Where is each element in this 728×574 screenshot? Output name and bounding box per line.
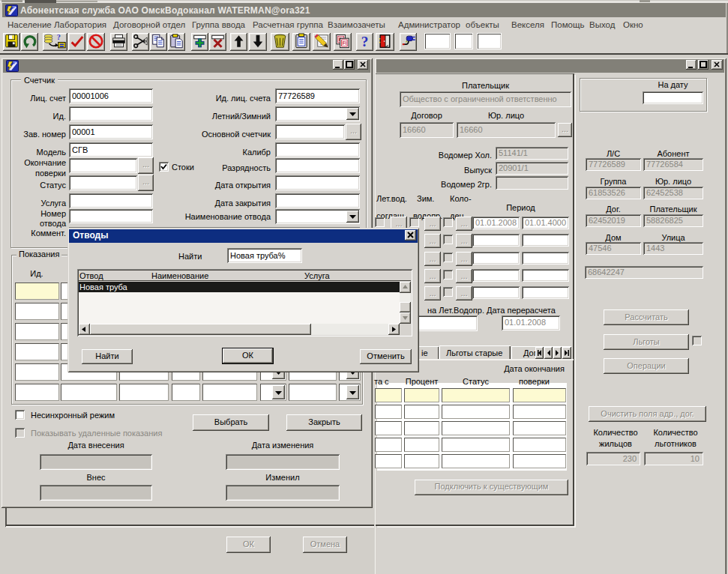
svg-text:?: ?	[361, 34, 369, 49]
svg-text:Fl: Fl	[343, 40, 347, 46]
svg-text:?: ?	[57, 33, 61, 41]
